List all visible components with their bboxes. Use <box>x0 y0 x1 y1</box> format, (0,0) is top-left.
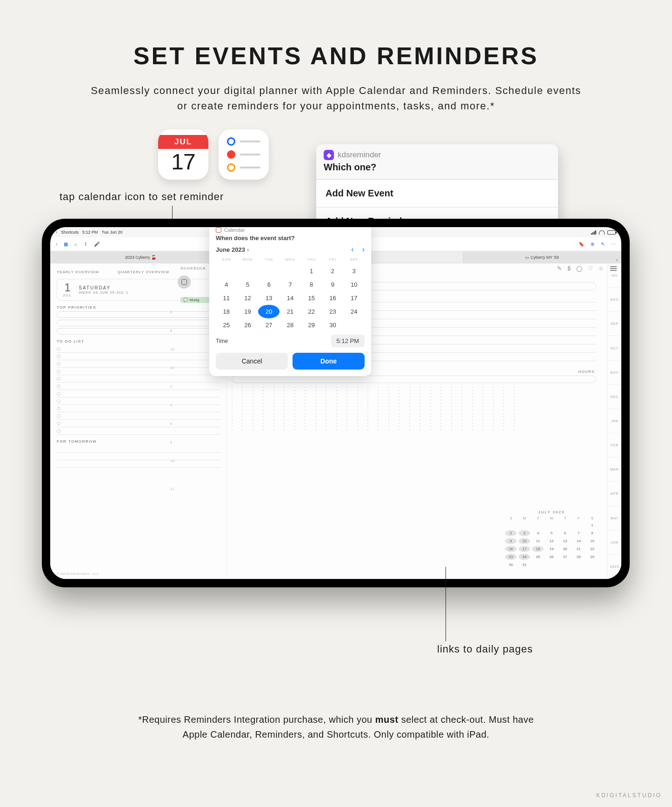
thumbnails-icon[interactable]: ▦ <box>64 242 68 247</box>
picker-day[interactable]: 14 <box>279 291 301 305</box>
back-chevron-icon[interactable]: ‹ <box>56 230 57 235</box>
done-button[interactable]: Done <box>293 353 365 370</box>
mini-cal-day[interactable]: 7 <box>573 530 585 536</box>
side-tab-jul[interactable]: JUL <box>608 263 621 288</box>
tab-yearly-overview[interactable]: YEARLY OVERVIEW <box>57 270 99 274</box>
tomorrow-lines[interactable] <box>57 445 220 468</box>
mini-cal-day[interactable]: 3 <box>519 530 530 536</box>
next-month-icon[interactable]: › <box>362 245 365 254</box>
mini-cal-day[interactable]: 27 <box>559 554 571 560</box>
status-back-label[interactable]: Shortcuts <box>61 230 79 235</box>
mini-cal-day[interactable]: 17 <box>519 546 530 552</box>
mini-cal-day[interactable]: 11 <box>532 538 544 544</box>
cancel-button[interactable]: Cancel <box>216 353 288 370</box>
mini-cal-day[interactable]: 15 <box>586 538 598 544</box>
picker-day[interactable]: 5 <box>237 278 259 291</box>
dot-grid[interactable] <box>232 387 522 430</box>
picker-day[interactable]: 29 <box>301 318 322 332</box>
chevron-right-icon[interactable]: › <box>247 246 249 253</box>
side-tab-may[interactable]: MAY <box>608 506 621 531</box>
side-tab-mar[interactable]: MAR <box>608 457 621 482</box>
heart-icon[interactable]: ♡ <box>588 265 593 272</box>
picker-day[interactable]: 10 <box>343 278 365 291</box>
mini-cal-day[interactable]: 29 <box>586 554 598 560</box>
mini-cal-day[interactable]: 8 <box>586 530 598 536</box>
picker-day[interactable]: 17 <box>343 291 365 305</box>
prev-month-icon[interactable]: ‹ <box>351 245 353 254</box>
mini-cal-day[interactable]: 2 <box>505 530 517 536</box>
side-tab-feb[interactable]: FEB <box>608 433 621 457</box>
picker-day[interactable]: 1 <box>301 264 322 278</box>
picker-day[interactable]: 26 <box>237 318 259 332</box>
pencil-icon[interactable]: ✎ <box>557 265 562 272</box>
side-tab-oct[interactable]: OCT <box>608 336 621 360</box>
priorities-lines[interactable] <box>57 311 220 335</box>
picker-month[interactable]: June 2023 <box>216 246 245 253</box>
side-tab-2025[interactable]: 2025 <box>608 555 621 579</box>
tab-left[interactable]: 2023 Cyberry 🍒× <box>50 251 232 263</box>
picker-day[interactable]: 4 <box>216 278 237 291</box>
mini-cal-day[interactable]: 12 <box>546 538 557 544</box>
mini-cal-day[interactable]: 26 <box>546 554 557 560</box>
mini-cal-day[interactable]: 24 <box>519 554 530 560</box>
picker-day[interactable]: 24 <box>343 305 365 318</box>
side-tab-aug[interactable]: AUG <box>608 288 621 312</box>
todo-list[interactable] <box>57 345 220 435</box>
mic-icon[interactable]: 🎤 <box>94 242 100 247</box>
picker-day[interactable]: 7 <box>279 278 301 291</box>
picker-day[interactable]: 25 <box>216 318 237 332</box>
mini-cal-day[interactable]: 28 <box>573 554 585 560</box>
mini-cal-day[interactable]: 23 <box>505 554 517 560</box>
back-icon[interactable]: ‹ <box>56 242 57 247</box>
picker-day[interactable]: 30 <box>322 318 344 332</box>
picker-day[interactable]: 11 <box>216 291 237 305</box>
add-page-icon[interactable]: ⊕ <box>591 242 594 247</box>
picker-time-value[interactable]: 5:12 PM <box>331 335 365 347</box>
mini-cal-day[interactable]: 22 <box>586 546 598 552</box>
mini-cal-day[interactable]: 5 <box>546 530 557 536</box>
dollar-icon[interactable]: $ <box>567 265 571 272</box>
bookmark-icon[interactable]: 🔖 <box>579 242 584 247</box>
mini-cal-day[interactable]: 6 <box>559 530 571 536</box>
mini-cal-day[interactable]: 9 <box>505 538 517 544</box>
edit-icon[interactable]: ✎ <box>601 242 605 247</box>
picker-day[interactable]: 27 <box>258 318 279 332</box>
picker-day[interactable]: 20 <box>258 305 279 318</box>
side-tab-jan[interactable]: JAN <box>608 409 621 433</box>
mini-cal-day[interactable]: 30 <box>505 562 517 568</box>
circle-icon[interactable]: ◯ <box>576 265 582 272</box>
calendar-reminder-button[interactable] <box>178 276 191 289</box>
side-tab-sep[interactable]: SEP <box>608 312 621 336</box>
picker-day[interactable]: 16 <box>322 291 344 305</box>
tab-quarterly-overview[interactable]: QUARTERLY OVERVIEW <box>118 270 169 274</box>
mini-cal-day[interactable]: 16 <box>505 546 517 552</box>
mini-cal-day[interactable]: 10 <box>519 538 530 544</box>
picker-day[interactable]: 9 <box>322 278 344 291</box>
event-chip-mortgage[interactable]: 💬 Mortg <box>180 297 213 303</box>
option-add-new-event[interactable]: Add New Event <box>316 180 558 208</box>
side-tab-nov[interactable]: NOV <box>608 361 621 385</box>
picker-day[interactable]: 21 <box>279 305 301 318</box>
picker-day[interactable]: 6 <box>258 278 279 291</box>
mini-cal-day[interactable]: 21 <box>573 546 585 552</box>
picker-day[interactable]: 18 <box>216 305 237 318</box>
picker-day[interactable]: 19 <box>237 305 259 318</box>
picker-day[interactable]: 28 <box>279 318 301 332</box>
share-icon[interactable]: ⇪ <box>84 242 87 247</box>
picker-day[interactable]: 15 <box>301 291 322 305</box>
side-tab-dec[interactable]: DEC <box>608 385 621 409</box>
more-icon[interactable]: ⋯ <box>611 242 616 247</box>
search-icon[interactable]: ⌕ <box>74 242 77 247</box>
picker-day[interactable]: 23 <box>322 305 344 318</box>
picker-day[interactable]: 12 <box>237 291 259 305</box>
mini-cal-day[interactable]: 19 <box>546 546 557 552</box>
mini-cal-day[interactable]: 31 <box>519 562 530 568</box>
mini-cal-day[interactable]: 25 <box>532 554 544 560</box>
sleep-pill[interactable] <box>232 376 596 383</box>
mini-cal-day[interactable]: 20 <box>559 546 571 552</box>
mini-cal-day[interactable]: 1 <box>586 522 598 528</box>
side-tab-jun[interactable]: JUN <box>608 531 621 555</box>
mini-cal-day[interactable]: 18 <box>532 546 544 552</box>
mini-cal-day[interactable]: 13 <box>559 538 571 544</box>
picker-day[interactable]: 3 <box>343 264 365 278</box>
